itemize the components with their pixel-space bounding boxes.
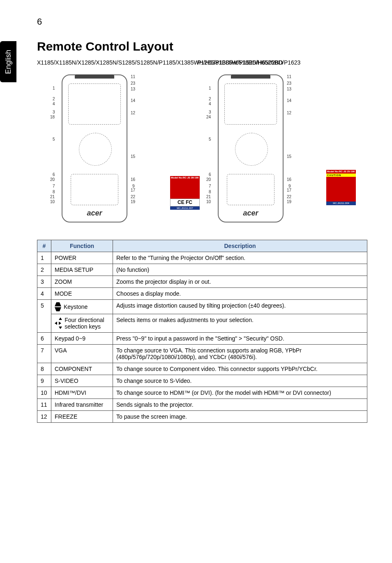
diagrams-row: acer 1 2 4 3 18 5 6 20 7 8 21 10 11 23 1… xyxy=(37,71,367,227)
remote-keypad xyxy=(71,174,118,205)
cell-func-directional: Four directional selection keys xyxy=(51,314,113,333)
callout: 20 xyxy=(50,177,55,182)
remote-keypad xyxy=(227,174,274,205)
callout: 15 xyxy=(287,154,291,159)
keystone-icon xyxy=(55,302,61,311)
callout: 4 xyxy=(53,102,55,106)
cell-desc: To pause the screen image. xyxy=(113,411,367,423)
callout: 16 xyxy=(287,177,291,182)
directional-label: Four directional selection keys xyxy=(65,317,109,330)
callout: 19 xyxy=(287,199,291,204)
keystone-label: Keystone xyxy=(64,304,88,310)
callout: 24 xyxy=(206,115,211,119)
callout: 23 xyxy=(131,81,135,86)
callout: 12 xyxy=(131,111,135,115)
language-tab: English xyxy=(0,41,16,82)
callout: 7 xyxy=(209,184,211,188)
table-row: 2 MEDIA SETUP (No function) xyxy=(37,264,367,276)
cell-desc: Sends signals to the projector. xyxy=(113,399,367,411)
remote-body: acer xyxy=(218,74,284,222)
cell-func: VGA xyxy=(51,345,113,363)
compliance-label-right: Model No:RC-JS 25-190 CAUTION MC.JK211.0… xyxy=(326,170,356,205)
label-model: Model No:RC-JS 25-190 xyxy=(326,170,356,174)
cell-num: 11 xyxy=(37,399,51,411)
cell-desc: Zooms the projector display in or out. xyxy=(113,276,367,288)
table-row: 6 Keypad 0~9 Press "0~9" to input a pass… xyxy=(37,333,367,345)
cell-func: HDMI™/DVI xyxy=(51,387,113,399)
acer-logo: acer xyxy=(219,209,283,218)
table-row: 8 COMPONENT To change source to Componen… xyxy=(37,363,367,375)
callout: 8 xyxy=(53,190,55,194)
cell-num: 7 xyxy=(37,345,51,363)
callout: 16 xyxy=(131,177,135,182)
table-row: 11 Infrared transmitter Sends signals to… xyxy=(37,399,367,411)
caution-label: CAUTION xyxy=(326,174,356,177)
cell-desc: Press "0~9" to input a password in the "… xyxy=(113,333,367,345)
cell-func: Infrared transmitter xyxy=(51,399,113,411)
callout: 22 xyxy=(131,195,135,199)
cell-desc: Refer to the "Turning the Projector On/O… xyxy=(113,252,367,264)
callout: 3 xyxy=(53,110,55,114)
table-row: 12 FREEZE To pause the screen image. xyxy=(37,411,367,423)
callout: 4 xyxy=(209,102,211,106)
callout: 23 xyxy=(287,81,291,86)
cell-desc: To change source to Component video. Thi… xyxy=(113,363,367,375)
callout: 15 xyxy=(131,154,135,159)
cell-num: 10 xyxy=(37,387,51,399)
callout: 22 xyxy=(287,195,291,199)
callout: 21 xyxy=(50,195,55,199)
callout: 6 xyxy=(53,172,55,177)
cell-func: POWER xyxy=(51,252,113,264)
cell-num: 1 xyxy=(37,252,51,264)
cell-num: 2 xyxy=(37,264,51,276)
cell-func: S-VIDEO xyxy=(51,375,113,387)
remote-dpad xyxy=(79,133,112,166)
table-row: Four directional selection keys Selects … xyxy=(37,314,367,333)
label-mc: MC.JK211.004 xyxy=(326,202,356,205)
callout: 1 xyxy=(53,86,55,90)
acer-logo: acer xyxy=(62,209,127,218)
callout: 14 xyxy=(287,98,291,103)
remote-body: acer xyxy=(62,74,127,222)
label-body xyxy=(326,177,356,202)
cell-func: COMPONENT xyxy=(51,363,113,375)
callout: 2 xyxy=(209,97,211,101)
callout: 1 xyxy=(209,86,211,90)
callout: 13 xyxy=(131,87,135,91)
col-function: Function xyxy=(51,240,113,252)
cell-desc: (No function) xyxy=(113,264,367,276)
remote-dpad xyxy=(235,133,268,166)
directional-icon xyxy=(55,317,61,329)
callout: 14 xyxy=(131,98,135,103)
callout: 6 xyxy=(209,172,211,177)
callout: 5 xyxy=(209,137,211,141)
cell-num: 6 xyxy=(37,333,51,345)
table-row: 4 MODE Chooses a display mode. xyxy=(37,288,367,300)
callout: 11 xyxy=(287,74,291,79)
cell-desc: To change source to HDMI™ (or DVI). (for… xyxy=(113,387,367,399)
table-row: 1 POWER Refer to the "Turning the Projec… xyxy=(37,252,367,264)
cell-desc: Selects items or makes adjustments to yo… xyxy=(113,314,367,333)
function-table: # Function Description 1 POWER Refer to … xyxy=(37,240,367,423)
table-row: 5 Keystone Adjusts image distortion caus… xyxy=(37,300,367,314)
callout: 11 xyxy=(131,74,135,79)
remote-diagram-left: acer 1 2 4 3 18 5 6 20 7 8 21 10 11 23 1… xyxy=(37,71,177,227)
cell-func: MODE xyxy=(51,288,113,300)
remote-top-buttons xyxy=(224,83,277,125)
cell-num: 3 xyxy=(37,276,51,288)
callout: 2 xyxy=(53,97,55,101)
cell-desc: Adjusts image distortion caused by tilti… xyxy=(113,300,367,314)
cell-desc: To change source to VGA. This connection… xyxy=(113,345,367,363)
callout: 5 xyxy=(53,137,55,141)
cell-desc: To change source to S-Video. xyxy=(113,375,367,387)
cell-num: 12 xyxy=(37,411,51,423)
callout: 12 xyxy=(287,111,291,115)
callout: 8 xyxy=(209,190,211,194)
cell-func: FREEZE xyxy=(51,411,113,423)
cell-num: 4 xyxy=(37,288,51,300)
table-row: 3 ZOOM Zooms the projector display in or… xyxy=(37,276,367,288)
callout: 7 xyxy=(53,184,55,188)
cell-func: MEDIA SETUP xyxy=(51,264,113,276)
cell-num: 5 xyxy=(37,300,51,333)
remote-diagram-right: acer 1 2 4 3 24 5 6 20 7 8 21 10 11 23 1… xyxy=(193,71,333,227)
